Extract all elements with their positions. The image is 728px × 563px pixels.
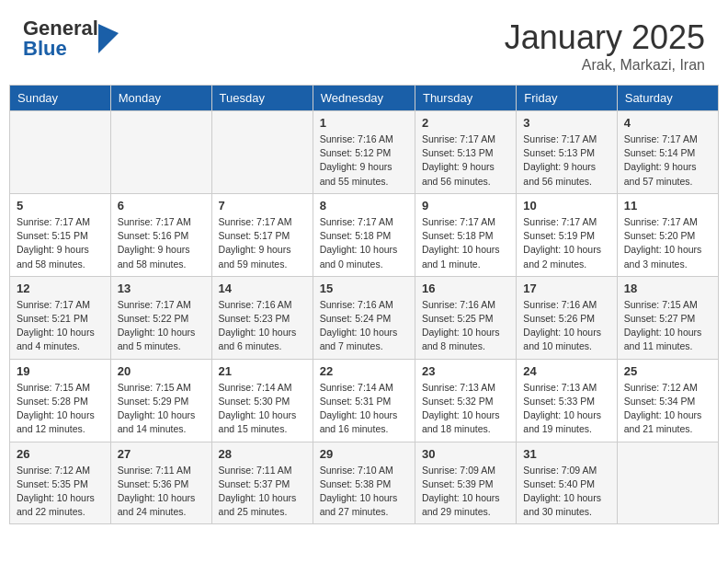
calendar-week-row: 1Sunrise: 7:16 AM Sunset: 5:12 PM Daylig…: [10, 111, 719, 194]
day-number: 11: [624, 199, 711, 213]
day-number: 3: [523, 116, 609, 130]
calendar-week-row: 5Sunrise: 7:17 AM Sunset: 5:15 PM Daylig…: [10, 193, 719, 276]
calendar-cell: 12Sunrise: 7:17 AM Sunset: 5:21 PM Dayli…: [10, 276, 111, 359]
weekday-header: Friday: [517, 86, 617, 111]
calendar-cell: 9Sunrise: 7:17 AM Sunset: 5:18 PM Daylig…: [415, 193, 516, 276]
calendar-cell: 21Sunrise: 7:14 AM Sunset: 5:30 PM Dayli…: [211, 359, 313, 442]
calendar-cell: 25Sunrise: 7:12 AM Sunset: 5:34 PM Dayli…: [617, 359, 718, 442]
calendar-cell: 17Sunrise: 7:16 AM Sunset: 5:26 PM Dayli…: [517, 276, 617, 359]
calendar-cell: 24Sunrise: 7:13 AM Sunset: 5:33 PM Dayli…: [517, 359, 617, 442]
day-info: Sunrise: 7:10 AM Sunset: 5:38 PM Dayligh…: [320, 464, 408, 520]
calendar-cell: 15Sunrise: 7:16 AM Sunset: 5:24 PM Dayli…: [313, 276, 415, 359]
day-number: 17: [523, 282, 609, 295]
day-number: 4: [624, 116, 711, 130]
day-info: Sunrise: 7:13 AM Sunset: 5:33 PM Dayligh…: [523, 381, 609, 437]
calendar-week-row: 12Sunrise: 7:17 AM Sunset: 5:21 PM Dayli…: [10, 276, 719, 359]
day-info: Sunrise: 7:15 AM Sunset: 5:28 PM Dayligh…: [17, 381, 104, 437]
calendar-cell: 2Sunrise: 7:17 AM Sunset: 5:13 PM Daylig…: [415, 111, 516, 194]
day-info: Sunrise: 7:17 AM Sunset: 5:16 PM Dayligh…: [118, 215, 205, 271]
day-info: Sunrise: 7:17 AM Sunset: 5:19 PM Dayligh…: [523, 215, 609, 271]
calendar-cell: 7Sunrise: 7:17 AM Sunset: 5:17 PM Daylig…: [211, 193, 313, 276]
weekday-header: Wednesday: [313, 86, 415, 111]
calendar-cell: 30Sunrise: 7:09 AM Sunset: 5:39 PM Dayli…: [415, 442, 516, 524]
day-number: 2: [422, 116, 509, 130]
day-info: Sunrise: 7:16 AM Sunset: 5:23 PM Dayligh…: [219, 298, 306, 354]
day-info: Sunrise: 7:11 AM Sunset: 5:37 PM Dayligh…: [219, 464, 306, 520]
calendar-week-row: 19Sunrise: 7:15 AM Sunset: 5:28 PM Dayli…: [10, 359, 719, 442]
month-title: January 2025: [505, 18, 705, 57]
day-number: 22: [320, 364, 408, 378]
day-info: Sunrise: 7:16 AM Sunset: 5:12 PM Dayligh…: [320, 132, 408, 189]
calendar-cell: 16Sunrise: 7:16 AM Sunset: 5:25 PM Dayli…: [415, 276, 516, 359]
svg-marker-0: [98, 24, 119, 53]
day-info: Sunrise: 7:12 AM Sunset: 5:35 PM Dayligh…: [17, 464, 104, 520]
calendar-cell: [211, 111, 313, 194]
day-info: Sunrise: 7:17 AM Sunset: 5:13 PM Dayligh…: [523, 132, 609, 189]
weekday-header: Monday: [110, 86, 211, 111]
calendar-cell: 27Sunrise: 7:11 AM Sunset: 5:36 PM Dayli…: [110, 442, 211, 524]
day-info: Sunrise: 7:11 AM Sunset: 5:36 PM Dayligh…: [118, 464, 205, 520]
weekday-header-row: SundayMondayTuesdayWednesdayThursdayFrid…: [10, 86, 719, 111]
day-number: 20: [118, 364, 205, 378]
day-number: 21: [219, 364, 306, 378]
day-info: Sunrise: 7:14 AM Sunset: 5:30 PM Dayligh…: [219, 381, 306, 437]
calendar-cell: 26Sunrise: 7:12 AM Sunset: 5:35 PM Dayli…: [10, 442, 111, 524]
day-info: Sunrise: 7:17 AM Sunset: 5:13 PM Dayligh…: [422, 132, 509, 189]
day-number: 18: [624, 282, 711, 295]
day-info: Sunrise: 7:16 AM Sunset: 5:25 PM Dayligh…: [422, 298, 509, 354]
calendar-cell: 29Sunrise: 7:10 AM Sunset: 5:38 PM Dayli…: [313, 442, 415, 524]
calendar-cell: 10Sunrise: 7:17 AM Sunset: 5:19 PM Dayli…: [517, 193, 617, 276]
day-number: 8: [320, 199, 408, 213]
calendar-cell: 4Sunrise: 7:17 AM Sunset: 5:14 PM Daylig…: [617, 111, 718, 194]
calendar-cell: 6Sunrise: 7:17 AM Sunset: 5:16 PM Daylig…: [110, 193, 211, 276]
calendar-cell: 22Sunrise: 7:14 AM Sunset: 5:31 PM Dayli…: [313, 359, 415, 442]
day-number: 13: [118, 282, 205, 295]
calendar-cell: 23Sunrise: 7:13 AM Sunset: 5:32 PM Dayli…: [415, 359, 516, 442]
weekday-header: Sunday: [10, 86, 111, 111]
day-number: 10: [523, 199, 609, 213]
calendar-cell: 13Sunrise: 7:17 AM Sunset: 5:22 PM Dayli…: [110, 276, 211, 359]
page-header: General Blue January 2025 Arak, Markazi,…: [9, 9, 719, 81]
day-info: Sunrise: 7:17 AM Sunset: 5:15 PM Dayligh…: [17, 215, 104, 271]
day-info: Sunrise: 7:17 AM Sunset: 5:18 PM Dayligh…: [422, 215, 509, 271]
day-info: Sunrise: 7:17 AM Sunset: 5:20 PM Dayligh…: [624, 215, 711, 271]
day-info: Sunrise: 7:09 AM Sunset: 5:40 PM Dayligh…: [523, 464, 609, 520]
day-info: Sunrise: 7:16 AM Sunset: 5:24 PM Dayligh…: [320, 298, 408, 354]
day-info: Sunrise: 7:12 AM Sunset: 5:34 PM Dayligh…: [624, 381, 711, 437]
logo: General Blue: [23, 18, 119, 59]
calendar-cell: 14Sunrise: 7:16 AM Sunset: 5:23 PM Dayli…: [211, 276, 313, 359]
day-number: 26: [17, 447, 104, 461]
day-number: 30: [422, 447, 509, 461]
day-number: 7: [219, 199, 306, 213]
day-info: Sunrise: 7:17 AM Sunset: 5:14 PM Dayligh…: [624, 132, 711, 189]
day-number: 9: [422, 199, 509, 213]
day-info: Sunrise: 7:15 AM Sunset: 5:29 PM Dayligh…: [118, 381, 205, 437]
calendar-cell: 5Sunrise: 7:17 AM Sunset: 5:15 PM Daylig…: [10, 193, 111, 276]
day-number: 29: [320, 447, 408, 461]
day-number: 5: [17, 199, 104, 213]
day-info: Sunrise: 7:13 AM Sunset: 5:32 PM Dayligh…: [422, 381, 509, 437]
day-number: 1: [320, 116, 408, 130]
calendar-cell: 31Sunrise: 7:09 AM Sunset: 5:40 PM Dayli…: [517, 442, 617, 524]
calendar-cell: 8Sunrise: 7:17 AM Sunset: 5:18 PM Daylig…: [313, 193, 415, 276]
logo-icon: [98, 24, 119, 53]
day-info: Sunrise: 7:16 AM Sunset: 5:26 PM Dayligh…: [523, 298, 609, 354]
calendar-cell: 3Sunrise: 7:17 AM Sunset: 5:13 PM Daylig…: [517, 111, 617, 194]
day-info: Sunrise: 7:17 AM Sunset: 5:18 PM Dayligh…: [320, 215, 408, 271]
day-info: Sunrise: 7:14 AM Sunset: 5:31 PM Dayligh…: [320, 381, 408, 437]
calendar-cell: 28Sunrise: 7:11 AM Sunset: 5:37 PM Dayli…: [211, 442, 313, 524]
weekday-header: Saturday: [617, 86, 718, 111]
day-number: 23: [422, 364, 509, 378]
logo-line1: General: [23, 18, 98, 39]
day-info: Sunrise: 7:17 AM Sunset: 5:17 PM Dayligh…: [219, 215, 306, 271]
day-info: Sunrise: 7:15 AM Sunset: 5:27 PM Dayligh…: [624, 298, 711, 354]
calendar-table: SundayMondayTuesdayWednesdayThursdayFrid…: [9, 85, 719, 524]
weekday-header: Thursday: [415, 86, 516, 111]
day-number: 15: [320, 282, 408, 295]
day-info: Sunrise: 7:17 AM Sunset: 5:21 PM Dayligh…: [17, 298, 104, 354]
day-number: 25: [624, 364, 711, 378]
day-number: 12: [17, 282, 104, 295]
day-number: 19: [17, 364, 104, 378]
calendar-week-row: 26Sunrise: 7:12 AM Sunset: 5:35 PM Dayli…: [10, 442, 719, 524]
day-info: Sunrise: 7:09 AM Sunset: 5:39 PM Dayligh…: [422, 464, 509, 520]
